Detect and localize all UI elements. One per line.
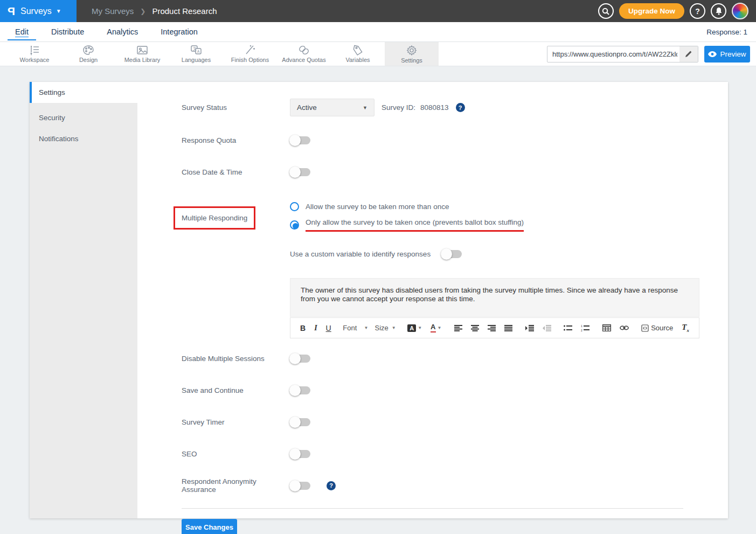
preview-button[interactable]: Preview xyxy=(704,46,750,63)
disable-sessions-label: Disable Multiple Sessions xyxy=(182,355,290,363)
anonymity-help-icon[interactable]: ? xyxy=(327,481,336,490)
align-justify-icon xyxy=(504,325,512,331)
text-color-button[interactable]: A▼ xyxy=(427,322,445,334)
align-center-icon xyxy=(471,325,479,331)
toolbar-item-label: Workspace xyxy=(20,57,50,63)
radio-selected-icon[interactable] xyxy=(290,220,299,230)
pencil-icon xyxy=(685,50,692,58)
tab-edit[interactable]: Edit xyxy=(8,23,36,40)
underline-button[interactable]: U xyxy=(323,322,335,334)
survey-toolbar: Workspace Design Media Library 文A Langua… xyxy=(0,42,756,66)
sidebar-item-security[interactable]: Security xyxy=(30,107,137,128)
align-center-button[interactable] xyxy=(468,323,482,333)
disabled-message-editor: The owner of this survey has disabled us… xyxy=(290,278,699,338)
close-date-toggle[interactable] xyxy=(290,168,310,176)
breadcrumb-current: Product Research xyxy=(152,6,217,16)
response-count: Response: 1 xyxy=(706,28,747,36)
toggle-knob xyxy=(289,448,301,460)
numbered-list-button[interactable]: 12 xyxy=(578,323,593,333)
indent-button[interactable] xyxy=(522,323,537,333)
app-logo-menu[interactable]: P Surveys ▼ xyxy=(0,0,77,22)
tab-distribute[interactable]: Distribute xyxy=(44,23,92,40)
toolbar-item-variables[interactable]: Variables xyxy=(331,42,385,66)
insert-link-button[interactable] xyxy=(616,324,632,332)
svg-text:1: 1 xyxy=(581,325,582,328)
editor-message-area[interactable]: The owner of this survey has disabled us… xyxy=(290,278,699,317)
edit-url-button[interactable] xyxy=(679,46,698,62)
anonymity-toggle[interactable] xyxy=(290,482,310,490)
survey-id-help-icon[interactable]: ? xyxy=(456,103,465,112)
custom-variable-row: Use a custom variable to identify respon… xyxy=(290,250,728,258)
help-button[interactable]: ? xyxy=(690,3,705,19)
font-size-select[interactable]: Size▼ xyxy=(372,322,398,334)
survey-timer-toggle[interactable] xyxy=(290,418,310,426)
radio-unselected-icon[interactable] xyxy=(290,202,299,211)
multiple-responding-options: Allow the survey to be taken more than o… xyxy=(290,199,524,232)
upgrade-now-button[interactable]: Upgrade Now xyxy=(619,3,684,19)
bullet-list-button[interactable] xyxy=(560,323,575,333)
save-continue-toggle[interactable] xyxy=(290,386,310,394)
close-date-row: Close Date & Time xyxy=(182,168,728,176)
search-icon xyxy=(602,8,609,15)
settings-sidebar: Settings Security Notifications xyxy=(30,82,137,518)
radio-option-once[interactable]: Only allow the survey to be taken once (… xyxy=(290,218,524,232)
gear-icon xyxy=(406,45,418,56)
search-button[interactable] xyxy=(598,3,614,19)
source-label: Source xyxy=(651,324,673,332)
image-icon xyxy=(136,45,149,56)
bold-button[interactable]: B xyxy=(297,322,309,334)
save-changes-button[interactable]: Save Changes xyxy=(182,519,237,534)
survey-id-label: Survey ID: xyxy=(382,103,415,112)
remove-format-button[interactable]: Tx xyxy=(678,321,692,335)
custom-variable-toggle[interactable] xyxy=(441,250,462,258)
radio-option-multiple[interactable]: Allow the survey to be taken more than o… xyxy=(290,202,524,211)
breadcrumb-my-surveys[interactable]: My Surveys xyxy=(92,6,134,16)
tab-integration[interactable]: Integration xyxy=(153,23,205,40)
indent-icon xyxy=(525,325,534,331)
caret-down-icon: ▼ xyxy=(392,325,396,330)
survey-status-value: Active xyxy=(297,103,317,112)
tab-analytics[interactable]: Analytics xyxy=(99,23,145,40)
sidebar-item-settings[interactable]: Settings xyxy=(30,82,137,103)
table-icon xyxy=(602,324,611,331)
toggle-knob xyxy=(441,248,452,260)
user-avatar[interactable] xyxy=(732,3,748,19)
toolbar-item-design[interactable]: Design xyxy=(61,42,115,66)
workspace-icon xyxy=(28,45,41,56)
outdent-button[interactable] xyxy=(539,323,554,333)
source-button[interactable]: Source xyxy=(638,322,676,334)
caret-down-icon: ▼ xyxy=(438,325,442,330)
toolbar-item-finish-options[interactable]: Finish Options xyxy=(223,42,277,66)
background-color-button[interactable]: A▼ xyxy=(404,323,425,334)
align-left-button[interactable] xyxy=(451,323,466,333)
product-name: Surveys xyxy=(20,6,52,16)
toolbar-item-media-library[interactable]: Media Library xyxy=(115,42,169,66)
notifications-button[interactable] xyxy=(711,3,726,19)
align-right-button[interactable] xyxy=(484,323,499,333)
survey-status-select[interactable]: Active ▼ xyxy=(290,99,374,116)
palette-icon xyxy=(82,45,94,56)
seo-toggle[interactable] xyxy=(290,450,310,458)
toolbar-item-label: Advance Quotas xyxy=(282,57,325,63)
eye-icon xyxy=(708,51,717,57)
settings-content: Survey Status Active ▼ Survey ID: 808081… xyxy=(137,82,728,518)
insert-table-button[interactable] xyxy=(599,323,614,333)
survey-url-input[interactable] xyxy=(547,50,679,58)
toolbar-item-settings[interactable]: Settings xyxy=(385,42,439,66)
magic-wand-icon xyxy=(244,45,256,56)
toolbar-item-label: Languages xyxy=(182,57,211,63)
section-divider xyxy=(182,508,683,509)
align-justify-button[interactable] xyxy=(501,323,516,333)
toolbar-item-languages[interactable]: 文A Languages xyxy=(169,42,223,66)
sidebar-item-notifications[interactable]: Notifications xyxy=(30,128,137,149)
toolbar-item-label: Settings xyxy=(401,57,422,64)
editor-toolbar: B I U Font▼ Size▼ A▼ A▼ 12 xyxy=(290,317,699,338)
disable-sessions-toggle[interactable] xyxy=(290,355,310,363)
link-icon xyxy=(620,325,629,330)
italic-button[interactable]: I xyxy=(311,322,320,334)
question-mark-icon: ? xyxy=(695,7,700,16)
toolbar-item-advance-quotas[interactable]: Advance Quotas xyxy=(277,42,331,66)
font-family-select[interactable]: Font▼ xyxy=(341,322,370,334)
response-quota-toggle[interactable] xyxy=(290,136,310,144)
toolbar-item-workspace[interactable]: Workspace xyxy=(8,42,61,66)
